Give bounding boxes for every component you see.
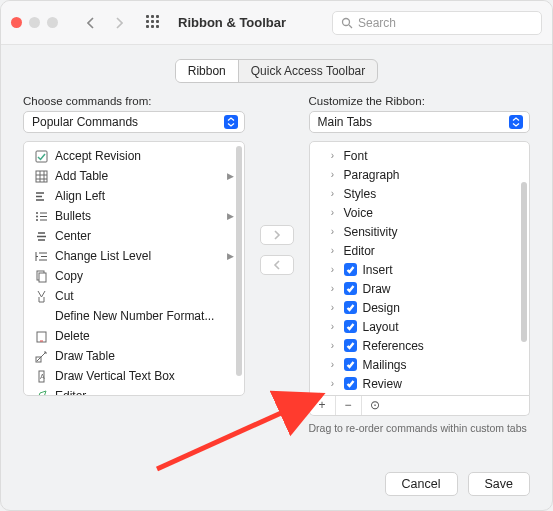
checkbox-checked-icon[interactable] (344, 358, 357, 371)
ribbon-tree[interactable]: › Font› Paragraph› Styles› Voice› Sensit… (309, 141, 531, 396)
command-icon (34, 209, 48, 223)
checkbox-checked-icon[interactable] (344, 263, 357, 276)
command-label: Cut (55, 289, 234, 303)
nav-buttons (80, 12, 130, 34)
svg-point-11 (36, 212, 38, 214)
cancel-button[interactable]: Cancel (385, 472, 458, 496)
ribbon-item[interactable]: › Editor (324, 241, 526, 260)
ribbon-item-label: References (363, 339, 424, 353)
add-command-button[interactable] (260, 225, 294, 245)
chevron-updown-icon (224, 115, 238, 129)
command-label: Align Left (55, 189, 234, 203)
chevron-updown-icon (509, 115, 523, 129)
remove-tab-button[interactable]: − (336, 395, 362, 415)
main-tabs: Ribbon Quick Access Toolbar (23, 59, 530, 83)
ribbon-item-label: Sensitivity (344, 225, 398, 239)
ribbon-item[interactable]: › References (324, 336, 526, 355)
ribbon-item[interactable]: › Insert (324, 260, 526, 279)
command-item[interactable]: Center (28, 226, 240, 246)
close-window-button[interactable] (11, 17, 22, 28)
submenu-indicator-icon: ▶ (227, 171, 234, 181)
minimize-window-button[interactable] (29, 17, 40, 28)
back-button[interactable] (80, 12, 102, 34)
command-label: Draw Vertical Text Box (55, 369, 234, 383)
forward-button[interactable] (108, 12, 130, 34)
command-icon (34, 269, 48, 283)
settings-tab-button[interactable]: ⊙ (362, 395, 388, 415)
tab-ribbon[interactable]: Ribbon (176, 60, 239, 82)
chevron-right-icon: › (328, 378, 338, 389)
command-label: Delete (55, 329, 234, 343)
commands-dropdown[interactable]: Popular Commands (23, 111, 245, 133)
checkbox-checked-icon[interactable] (344, 301, 357, 314)
traffic-lights (11, 17, 58, 28)
command-label: Add Table (55, 169, 220, 183)
command-icon (34, 229, 48, 243)
ribbon-item-label: Design (363, 301, 400, 315)
search-input[interactable]: Search (332, 11, 542, 35)
ribbon-item-label: Paragraph (344, 168, 400, 182)
ribbon-item-label: View (363, 396, 389, 397)
add-tab-button[interactable]: + (310, 395, 336, 415)
command-item[interactable]: Change List Level ▶ (28, 246, 240, 266)
command-label: Draw Table (55, 349, 234, 363)
ribbon-label: Customize the Ribbon: (309, 95, 531, 107)
chevron-right-icon: › (328, 169, 338, 180)
svg-rect-3 (36, 171, 47, 182)
command-icon (34, 329, 48, 343)
command-icon (34, 149, 48, 163)
ribbon-item[interactable]: › Paragraph (324, 165, 526, 184)
remove-command-button[interactable] (260, 255, 294, 275)
command-item[interactable]: Accept Revision (28, 146, 240, 166)
command-label: Accept Revision (55, 149, 234, 163)
ribbon-item-label: Voice (344, 206, 373, 220)
command-item[interactable]: Align Left (28, 186, 240, 206)
chevron-right-icon: › (328, 321, 338, 332)
ribbon-item[interactable]: › Review (324, 374, 526, 393)
commands-label: Choose commands from: (23, 95, 245, 107)
scrollbar[interactable] (236, 146, 242, 376)
command-item[interactable]: Cut (28, 286, 240, 306)
ribbon-item-label: Styles (344, 187, 377, 201)
command-item[interactable]: Bullets ▶ (28, 206, 240, 226)
ribbon-item[interactable]: › Styles (324, 184, 526, 203)
chevron-right-icon: › (328, 340, 338, 351)
scrollbar[interactable] (521, 182, 527, 342)
checkbox-checked-icon[interactable] (344, 320, 357, 333)
ribbon-item-label: Review (363, 377, 402, 391)
command-icon (34, 289, 48, 303)
chevron-right-icon: › (328, 245, 338, 256)
svg-text:A: A (40, 373, 45, 380)
ribbon-item[interactable]: › Design (324, 298, 526, 317)
commands-list[interactable]: Accept Revision Add Table ▶ Align Left B… (23, 141, 245, 396)
ribbon-item[interactable]: › View (324, 393, 526, 396)
command-item[interactable]: Editor (28, 386, 240, 396)
ribbon-item-label: Layout (363, 320, 399, 334)
tab-edit-buttons: + − ⊙ (309, 395, 531, 416)
command-item[interactable]: Add Table ▶ (28, 166, 240, 186)
chevron-right-icon: › (328, 150, 338, 161)
command-icon (34, 349, 48, 363)
ribbon-item[interactable]: › Sensitivity (324, 222, 526, 241)
zoom-window-button[interactable] (47, 17, 58, 28)
chevron-right-icon: › (328, 226, 338, 237)
ribbon-item[interactable]: › Voice (324, 203, 526, 222)
ribbon-item-label: Mailings (363, 358, 407, 372)
ribbon-item[interactable]: › Font (324, 146, 526, 165)
command-item[interactable]: Draw Table (28, 346, 240, 366)
tab-quick-access-toolbar[interactable]: Quick Access Toolbar (239, 60, 378, 82)
command-item[interactable]: Copy (28, 266, 240, 286)
save-button[interactable]: Save (468, 472, 531, 496)
ribbon-item[interactable]: › Mailings (324, 355, 526, 374)
command-item[interactable]: A Draw Vertical Text Box (28, 366, 240, 386)
checkbox-checked-icon[interactable] (344, 282, 357, 295)
ribbon-dropdown[interactable]: Main Tabs (309, 111, 531, 133)
checkbox-checked-icon[interactable] (344, 339, 357, 352)
command-item[interactable]: Delete (28, 326, 240, 346)
ribbon-item[interactable]: › Draw (324, 279, 526, 298)
ribbon-item-label: Insert (363, 263, 393, 277)
ribbon-item[interactable]: › Layout (324, 317, 526, 336)
command-item[interactable]: Define New Number Format... (28, 306, 240, 326)
show-all-icon[interactable] (146, 15, 162, 31)
checkbox-checked-icon[interactable] (344, 377, 357, 390)
